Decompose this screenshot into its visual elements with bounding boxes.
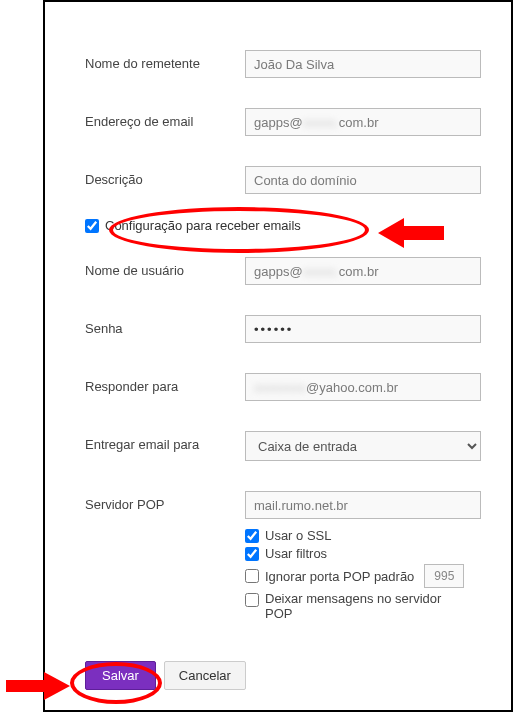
leave-on-server-checkbox[interactable] <box>245 593 259 607</box>
cancel-button[interactable]: Cancelar <box>164 661 246 690</box>
sender-name-input[interactable] <box>245 50 481 78</box>
label-sender-name: Nome do remetente <box>85 50 245 71</box>
deliver-to-select[interactable]: Caixa de entrada <box>245 431 481 461</box>
email-address-input[interactable]: gapps@xxxxx.com.br <box>245 108 481 136</box>
label-password: Senha <box>85 315 245 336</box>
password-input[interactable] <box>245 315 481 343</box>
port-input[interactable] <box>424 564 464 588</box>
label-pop-server: Servidor POP <box>85 491 245 512</box>
leave-on-server-label[interactable]: Deixar mensagens no servidor POP <box>265 591 455 621</box>
reply-to-input[interactable]: xxxxxxxx@yahoo.com.br <box>245 373 481 401</box>
receive-config-label: Configuração para receber emails <box>105 218 301 233</box>
use-ssl-checkbox[interactable] <box>245 529 259 543</box>
label-email-address: Endereço de email <box>85 108 245 129</box>
label-username: Nome de usuário <box>85 257 245 278</box>
use-filters-checkbox[interactable] <box>245 547 259 561</box>
label-deliver-to: Entregar email para <box>85 431 245 452</box>
ignore-port-label[interactable]: Ignorar porta POP padrão <box>265 569 414 584</box>
use-filters-label[interactable]: Usar filtros <box>265 546 327 561</box>
use-ssl-label[interactable]: Usar o SSL <box>265 528 331 543</box>
save-button[interactable]: Salvar <box>85 661 156 690</box>
label-reply-to: Responder para <box>85 373 245 394</box>
label-description: Descrição <box>85 166 245 187</box>
receive-config-checkbox[interactable] <box>85 219 99 233</box>
pop-server-input[interactable] <box>245 491 481 519</box>
description-input[interactable] <box>245 166 481 194</box>
username-input[interactable]: gapps@xxxxx.com.br <box>245 257 481 285</box>
ignore-port-checkbox[interactable] <box>245 569 259 583</box>
email-account-dialog: Nome do remetente Endereço de email gapp… <box>43 0 513 712</box>
